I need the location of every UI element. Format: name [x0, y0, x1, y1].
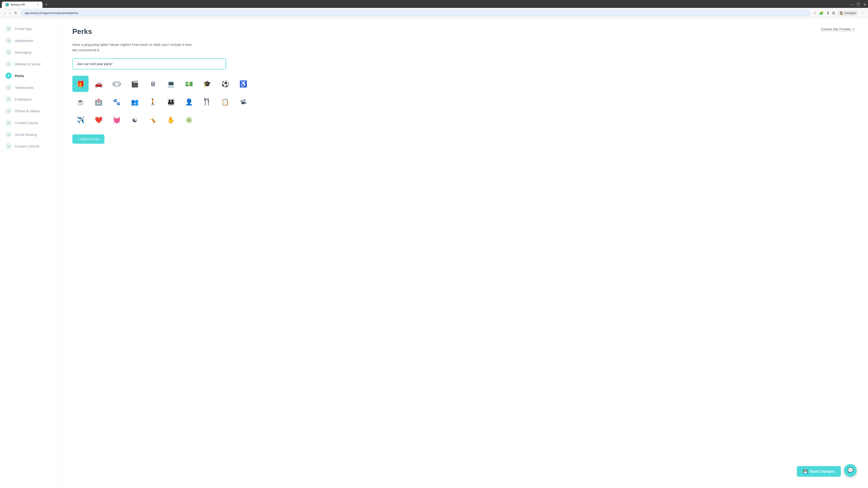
sidebar-label-appearance: Appearance	[15, 39, 33, 42]
icon-car[interactable]: 🚗	[90, 76, 107, 92]
incognito-badge: 🕵 Incognito	[838, 11, 858, 15]
sidebar-label-perks: Perks	[15, 74, 24, 78]
sidebar-item-custom-css-js[interactable]: ◎ Custom CSS/JS	[0, 140, 59, 152]
chat-bubble-button[interactable]: 💬	[844, 464, 857, 477]
page-header: Perks Careers Site Preview ↗	[72, 27, 855, 36]
address-bar: ‹ › ↻ ☆ 🧩 ⬇ ⊞ 🕵 Incognito ⋮	[0, 8, 868, 18]
icon-list[interactable]: 📋	[217, 94, 233, 110]
icon-soccer[interactable]: ⚽	[217, 76, 233, 92]
appearance-icon: ◎	[5, 37, 12, 43]
save-changes-button[interactable]: 💾 Save Changes	[797, 466, 841, 477]
icon-hand[interactable]: ✋	[163, 112, 179, 128]
custom-css-js-icon: ◎	[5, 143, 12, 149]
sidebar-item-employees[interactable]: ◎ Employees	[0, 93, 59, 105]
url-input[interactable]	[21, 10, 811, 16]
content-layout-icon: ◎	[5, 120, 12, 126]
save-icon: 💾	[803, 469, 808, 474]
portal-type-icon: ◎	[5, 26, 12, 32]
icon-asterisk[interactable]: ✳️	[181, 112, 197, 128]
sidebar-item-photos-videos[interactable]: ◎ Photos & Videos	[0, 105, 59, 117]
icon-gymnastics[interactable]: 🤸	[145, 112, 161, 128]
incognito-icon: 🕵	[840, 11, 843, 15]
icon-projector[interactable]: 📽	[235, 94, 251, 110]
icon-desktop[interactable]: 🖥	[145, 76, 161, 92]
toolbar-icons: ☆ 🧩 ⬇ ⊞ 🕵 Incognito ⋮	[813, 11, 864, 15]
new-tab-button[interactable]: +	[43, 1, 50, 8]
forward-button[interactable]: ›	[8, 10, 11, 16]
sidebar-label-content-layout: Content Layout	[15, 121, 38, 125]
icon-heart[interactable]: ❤️	[90, 112, 107, 128]
svg-point-4	[119, 84, 120, 85]
careers-preview-link[interactable]: Careers Site Preview ↗	[821, 27, 855, 31]
icon-gift[interactable]: 🎁	[72, 76, 89, 92]
external-link-icon: ↗	[852, 28, 855, 31]
sidebar-label-employees: Employees	[15, 97, 32, 101]
icon-accessible[interactable]: ♿	[235, 76, 251, 92]
icon-plane[interactable]: ✈️	[72, 112, 89, 128]
icon-yin-yang[interactable]: ☯	[127, 112, 143, 128]
icon-coffee[interactable]: ☕	[72, 94, 89, 110]
layout-icon[interactable]: ⊞	[832, 11, 835, 15]
sidebar: ◎ Portal Type ◎ Appearance ◎ Messaging ◎…	[0, 18, 59, 488]
description-text: Have a ping-pong table? Movie nights? Fr…	[72, 42, 855, 53]
tab-close-button[interactable]: ✕	[37, 3, 39, 6]
download-icon[interactable]: ⬇	[827, 11, 829, 15]
careers-preview-label: Careers Site Preview	[821, 27, 851, 31]
icon-heartbeat[interactable]: 💓	[108, 112, 125, 128]
testimonials-icon: ◎	[5, 84, 12, 91]
minimize-icon[interactable]: ─	[850, 2, 853, 7]
back-button[interactable]: ‹	[4, 10, 6, 16]
sidebar-item-portal-type[interactable]: ◎ Portal Type	[0, 23, 59, 35]
icon-dining[interactable]	[199, 94, 215, 110]
employees-icon: ◎	[5, 96, 12, 102]
icon-money[interactable]: 💵	[181, 76, 197, 92]
tab-favicon	[5, 3, 9, 6]
save-label: Save Changes	[810, 469, 835, 474]
icon-family[interactable]: 👨‍👩‍👧	[163, 94, 179, 110]
reload-button[interactable]: ↻	[13, 10, 18, 16]
sidebar-item-perks[interactable]: ✦ Perks	[0, 70, 59, 82]
perk-text-input[interactable]	[72, 58, 226, 69]
icon-medical[interactable]: 🏥	[90, 94, 107, 110]
icon-pets[interactable]: 🐾	[108, 94, 125, 110]
social-sharing-icon: ◎	[5, 131, 12, 138]
add-to-perks-button[interactable]: + Add to Perks	[72, 134, 104, 144]
extensions-icon[interactable]: 🧩	[819, 11, 824, 15]
sidebar-label-messaging: Messaging	[15, 51, 31, 54]
icon-gamepad[interactable]	[108, 76, 125, 92]
sidebar-label-photos-videos: Photos & Videos	[15, 109, 40, 113]
browser-tab[interactable]: Breezy HR ✕	[2, 2, 42, 8]
bookmark-icon[interactable]: ☆	[813, 11, 816, 15]
sidebar-label-social-sharing: Social Sharing	[15, 133, 37, 136]
icon-user[interactable]: 👤	[181, 94, 197, 110]
icon-film[interactable]: 🎬	[127, 76, 143, 92]
icon-person[interactable]: 🚶	[145, 94, 161, 110]
sidebar-item-website-social[interactable]: ◎ Website & Social	[0, 58, 59, 70]
sidebar-item-social-sharing[interactable]: ◎ Social Sharing	[0, 129, 59, 140]
icons-grid: 🎁 🚗 🎬 🖥 💻 💵 🎓 ⚽ ♿ ☕ 🏥 🐾	[72, 76, 855, 128]
sidebar-item-testimonials[interactable]: ◎ Testimonials	[0, 82, 59, 93]
menu-icon[interactable]: ⋮	[861, 11, 864, 15]
app-layout: ◎ Portal Type ◎ Appearance ◎ Messaging ◎…	[0, 18, 868, 488]
icon-group[interactable]: 👥	[127, 94, 143, 110]
photos-videos-icon: ◎	[5, 108, 12, 114]
sidebar-label-website-social: Website & Social	[15, 62, 40, 66]
tab-title: Breezy HR	[11, 3, 25, 6]
sidebar-item-messaging[interactable]: ◎ Messaging	[0, 46, 59, 58]
sidebar-label-portal-type: Portal Type	[15, 27, 32, 31]
description-line1: Have a ping-pong table? Movie nights? Fr…	[72, 43, 193, 46]
restore-icon[interactable]: ❐	[857, 2, 860, 7]
sidebar-item-content-layout[interactable]: ◎ Content Layout	[0, 117, 59, 129]
icon-laptop[interactable]: 💻	[163, 76, 179, 92]
website-social-icon: ◎	[5, 61, 12, 67]
sidebar-item-appearance[interactable]: ◎ Appearance	[0, 35, 59, 46]
page-title: Perks	[72, 27, 92, 36]
sidebar-label-custom-css-js: Custom CSS/JS	[15, 144, 39, 148]
chat-icon: 💬	[847, 467, 854, 473]
window-controls: ─ ❐ ✕	[850, 2, 866, 7]
main-content: Perks Careers Site Preview ↗ Have a ping…	[59, 18, 868, 488]
icon-graduation[interactable]: 🎓	[199, 76, 215, 92]
close-icon[interactable]: ✕	[863, 2, 866, 7]
tab-bar: Breezy HR ✕ + ─ ❐ ✕	[0, 0, 868, 8]
incognito-label: Incognito	[845, 11, 856, 15]
